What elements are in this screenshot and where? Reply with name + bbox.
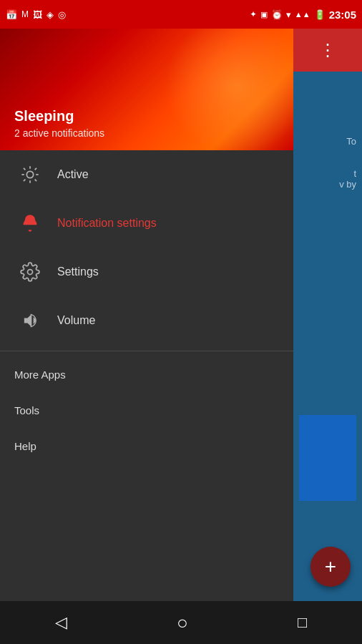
menu-item-help[interactable]: Help <box>0 429 293 464</box>
wifi-icon: ▾ <box>286 9 291 20</box>
menu-item-more-apps[interactable]: More Apps <box>0 357 293 393</box>
svg-line-5 <box>24 168 25 170</box>
nav-back-button[interactable]: ◁ <box>55 613 67 632</box>
sun-icon <box>14 159 46 190</box>
battery-icon: 🔋 <box>314 9 326 20</box>
svg-line-6 <box>35 180 36 181</box>
nav-recent-button[interactable]: □ <box>298 613 307 632</box>
fab-button[interactable]: + <box>310 547 351 587</box>
more-menu-button[interactable]: ⋮ <box>293 29 362 72</box>
gmail-icon: M <box>21 9 29 19</box>
bg-text: Totv by <box>339 136 356 190</box>
fab-icon: + <box>325 557 336 577</box>
menu-item-notification-settings[interactable]: Notification settings <box>0 199 293 248</box>
more-dots-icon: ⋮ <box>319 40 336 60</box>
menu-divider <box>0 351 293 351</box>
status-bar: 📅 M 🖼 ◈ ◎ ✦ ▣ ⏰ ▾ ▲▲ 🔋 23:05 <box>0 0 362 29</box>
menu-item-settings[interactable]: Settings <box>0 248 293 296</box>
nav-home-button[interactable]: ○ <box>177 612 188 634</box>
help-label: Help <box>14 440 36 452</box>
tools-label: Tools <box>14 404 39 416</box>
battery-signal-icon: ▣ <box>260 10 268 19</box>
more-apps-label: More Apps <box>14 369 66 381</box>
blue-sidebar: Totv by <box>293 29 362 601</box>
menu-item-settings-label: Settings <box>57 265 99 278</box>
network-icon: ▲▲ <box>295 10 310 19</box>
svg-point-0 <box>26 171 33 177</box>
status-bar-right: ✦ ▣ ⏰ ▾ ▲▲ 🔋 23:05 <box>250 9 356 21</box>
android-icon: ◎ <box>58 9 66 20</box>
svg-line-7 <box>24 180 25 181</box>
calendar-icon: 📅 <box>6 9 17 20</box>
menu-item-active[interactable]: Active <box>0 150 293 199</box>
bluetooth-icon: ✦ <box>250 9 257 19</box>
status-time: 23:05 <box>329 9 356 21</box>
swift-icon: ◈ <box>47 9 54 20</box>
menu-item-active-label: Active <box>57 168 89 181</box>
volume-icon <box>14 305 46 336</box>
drawer-header: Sleeping 2 active notifications <box>0 29 293 150</box>
menu-item-tools[interactable]: Tools <box>0 393 293 429</box>
drawer-header-subtitle: 2 active notifications <box>14 127 279 139</box>
menu-item-notification-settings-label: Notification settings <box>57 217 157 230</box>
menu-item-volume[interactable]: Volume <box>0 296 293 345</box>
menu-item-volume-label: Volume <box>57 314 95 327</box>
drawer-header-title: Sleeping <box>14 108 279 125</box>
blue-box <box>299 415 356 501</box>
bell-icon <box>14 208 46 239</box>
svg-line-8 <box>35 168 36 170</box>
navigation-drawer: Sleeping 2 active notifications Active <box>0 29 293 615</box>
alarm-icon: ⏰ <box>271 9 283 20</box>
status-bar-left: 📅 M 🖼 ◈ ◎ <box>6 9 66 20</box>
svg-point-9 <box>28 270 33 275</box>
image-icon: 🖼 <box>33 9 42 20</box>
nav-bar: ◁ ○ □ <box>0 601 362 644</box>
gear-icon <box>14 256 46 288</box>
